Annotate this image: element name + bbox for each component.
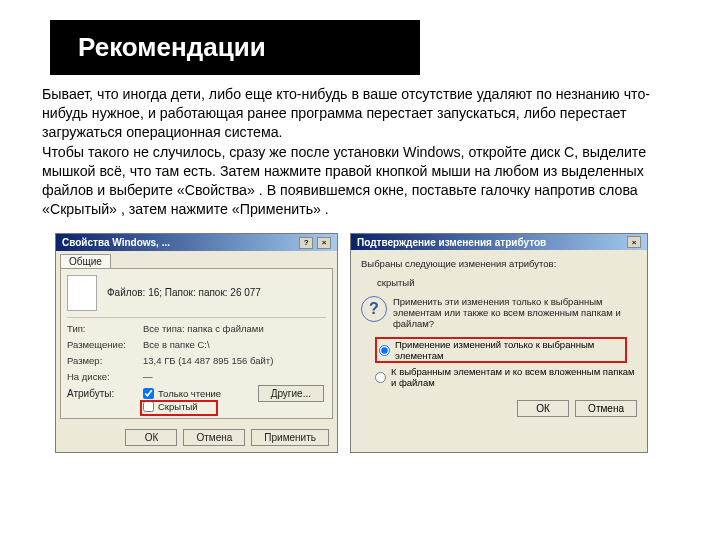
properties-button-row: ОК Отмена Применить [56,423,337,452]
confirm-attr-list: скрытый [377,277,637,288]
screenshot-row: Свойства Windows, ... ? × Общие Файлов: … [0,219,720,453]
value-location: Все в папке C:\ [143,339,326,350]
other-button[interactable]: Другие... [258,385,324,402]
confirm-close-button[interactable]: × [627,236,641,248]
label-size-on-disk: На диске: [67,371,137,382]
properties-title-text: Свойства Windows, ... [62,237,170,248]
value-size-on-disk: — [143,371,326,382]
tab-strip: Общие [56,251,337,268]
apply-button[interactable]: Применить [251,429,329,446]
confirm-lead: Выбраны следующие изменения атрибутов: [361,258,637,269]
radio-only-selected[interactable]: Применение изменений только к выбранным … [379,339,623,361]
label-attributes: Атрибуты: [67,388,137,399]
properties-titlebar: Свойства Windows, ... ? × [56,234,337,251]
value-size: 13,4 ГБ (14 487 895 156 байт) [143,355,326,366]
properties-dialog: Свойства Windows, ... ? × Общие Файлов: … [55,233,338,453]
confirm-titlebar: Подтверждение изменения атрибутов × [351,234,647,250]
cancel-button[interactable]: Отмена [183,429,245,446]
file-summary: Файлов: 16; Папок: папок: 26 077 [107,287,261,298]
close-button[interactable]: × [317,237,331,249]
radio-group: Применение изменений только к выбранным … [375,337,637,388]
radio-with-children-label: К выбранным элементам и ко всем вложенны… [391,366,637,388]
slide-title: Рекомендации [50,20,420,75]
tab-general[interactable]: Общие [60,254,111,268]
confirm-dialog: Подтверждение изменения атрибутов × Выбр… [350,233,648,453]
confirm-question: ? Применить эти изменения только к выбра… [361,296,637,329]
radio-with-children-input[interactable] [375,372,386,383]
label-size: Размер: [67,355,137,366]
radio-only-selected-input[interactable] [379,345,390,356]
confirm-ok-button[interactable]: ОК [517,400,569,417]
radio-with-children[interactable]: К выбранным элементам и ко всем вложенны… [375,366,637,388]
checkbox-readonly[interactable]: Только чтение [143,388,221,399]
checkbox-readonly-label: Только чтение [158,388,221,399]
value-type: Все типа: папка с файлами [143,323,326,334]
highlight-only-selected-radio: Применение изменений только к выбранным … [375,337,627,363]
question-icon: ? [361,296,387,322]
checkbox-hidden-label: Скрытый [158,401,198,412]
confirm-cancel-button[interactable]: Отмена [575,400,637,417]
confirm-button-row: ОК Отмена [361,396,637,417]
body-paragraph: Бывает, что иногда дети, либо еще кто-ни… [0,85,720,219]
label-type: Тип: [67,323,137,334]
help-button[interactable]: ? [299,237,313,249]
confirm-title-text: Подтверждение изменения атрибутов [357,237,546,248]
checkbox-hidden-input[interactable] [143,401,154,412]
window-controls: ? × [298,236,331,249]
radio-only-selected-label: Применение изменений только к выбранным … [395,339,623,361]
file-icon [67,275,97,311]
properties-panel: Файлов: 16; Папок: папок: 26 077 Тип:Все… [60,268,333,419]
label-location: Размещение: [67,339,137,350]
confirm-question-text: Применить эти изменения только к выбранн… [393,296,621,329]
checkbox-readonly-input[interactable] [143,388,154,399]
ok-button[interactable]: ОК [125,429,177,446]
checkbox-hidden[interactable]: Скрытый [143,401,221,412]
